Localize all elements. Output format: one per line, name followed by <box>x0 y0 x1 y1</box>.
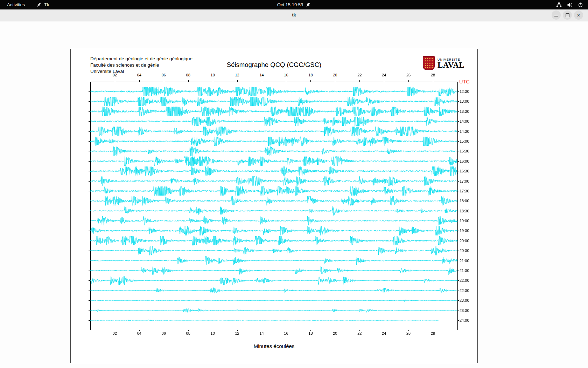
x-tick-label-top: 26 <box>406 73 411 77</box>
x-tick-label-bottom: 18 <box>308 331 313 335</box>
utc-time-label: 21:30 <box>460 268 469 273</box>
utc-time-label: 23:30 <box>460 308 469 313</box>
utc-time-label: 19:00 <box>460 219 469 223</box>
focused-app-menu[interactable]: Tk <box>36 2 49 7</box>
x-axis-label: Minutes écoulées <box>254 343 295 349</box>
x-tick-label-top: 10 <box>211 73 215 77</box>
institution-header: Département de géologie et de génie géol… <box>90 56 192 75</box>
volume-icon <box>567 2 573 8</box>
institution-line-1: Département de géologie et de génie géol… <box>90 56 192 62</box>
institution-line-2: Faculté des sciences et de génie <box>90 62 192 68</box>
x-tick-label-bottom: 16 <box>284 331 288 335</box>
utc-time-label: 22:00 <box>460 278 469 282</box>
notifications-muted-icon <box>306 2 311 7</box>
system-status-menu[interactable] <box>556 2 583 8</box>
x-tick-label-bottom: 26 <box>406 331 411 335</box>
x-tick-label-top: 22 <box>357 73 362 77</box>
activities-button[interactable]: Activities <box>5 2 27 7</box>
x-tick-label-bottom: 08 <box>186 331 190 335</box>
window-title: tk <box>292 9 296 21</box>
utc-time-label: 16:30 <box>460 169 469 173</box>
clock-label: Oct 15 19:59 <box>277 2 303 7</box>
x-tick-label-bottom: 12 <box>235 331 239 335</box>
close-icon: ✕ <box>577 13 581 18</box>
x-tick-label-bottom: 06 <box>162 331 166 335</box>
laval-shield-icon <box>423 56 435 70</box>
utc-time-label: 13:00 <box>460 99 469 103</box>
x-tick-label-top: 16 <box>284 73 288 77</box>
x-tick-label-top: 04 <box>137 73 141 77</box>
utc-time-label: 14:30 <box>460 129 469 134</box>
utc-time-label: 21:00 <box>460 259 469 263</box>
x-tick-label-bottom: 10 <box>211 331 215 335</box>
utc-time-label: 15:30 <box>460 149 469 153</box>
utc-time-label: 12:30 <box>460 89 469 94</box>
x-tick-label-top: 12 <box>235 73 239 77</box>
x-tick-label-top: 14 <box>259 73 264 77</box>
seismogram-canvas <box>83 77 474 335</box>
close-button[interactable]: ✕ <box>574 11 583 20</box>
focused-app-label: Tk <box>44 2 49 7</box>
utc-time-label: 15:00 <box>460 139 469 143</box>
laval-logo: UNIVERSITÉ LAVAL <box>423 56 464 70</box>
maximize-button[interactable] <box>563 11 572 20</box>
network-nodes-icon <box>556 2 562 8</box>
utc-time-label: 23:00 <box>460 298 469 302</box>
utc-time-label: 13:30 <box>460 109 469 114</box>
window-titlebar: tk ✕ <box>0 9 588 21</box>
x-tick-label-top: 20 <box>333 73 337 77</box>
utc-time-label: 22:30 <box>460 288 469 293</box>
utc-time-label: 18:00 <box>460 199 469 203</box>
plot-title: Séismographe QCQ (CGC/GSC) <box>227 61 321 69</box>
window-content: Département de géologie et de génie géol… <box>0 21 588 368</box>
minimize-button[interactable] <box>552 11 561 20</box>
utc-label: UTC <box>459 79 470 84</box>
utc-time-label: 17:30 <box>460 189 469 193</box>
x-tick-label-top: 18 <box>308 73 313 77</box>
institution-line-3: Université Laval <box>90 68 192 75</box>
x-tick-label-bottom: 04 <box>137 331 141 335</box>
tk-feather-icon <box>36 2 42 7</box>
utc-time-label: 20:30 <box>460 248 469 253</box>
x-tick-label-bottom: 02 <box>113 331 117 335</box>
x-tick-label-top: 06 <box>162 73 166 77</box>
x-tick-label-top: 28 <box>431 73 435 77</box>
utc-time-label: 17:00 <box>460 179 469 183</box>
utc-time-label: 19:30 <box>460 229 469 233</box>
x-tick-label-top: 24 <box>382 73 386 77</box>
x-tick-label-bottom: 20 <box>333 331 337 335</box>
x-tick-label-top: 02 <box>113 73 117 77</box>
minimize-icon <box>554 16 558 16</box>
utc-time-label: 16:00 <box>460 159 469 163</box>
power-icon <box>578 2 583 7</box>
x-tick-label-bottom: 24 <box>382 331 386 335</box>
utc-time-label: 24:00 <box>460 318 469 322</box>
utc-time-label: 14:00 <box>460 119 469 123</box>
laval-wordmark: UNIVERSITÉ LAVAL <box>438 56 464 69</box>
laval-wordmark-laval: LAVAL <box>438 61 464 69</box>
x-tick-label-top: 08 <box>186 73 190 77</box>
x-tick-label-bottom: 22 <box>357 331 362 335</box>
gnome-top-bar: Activities Tk Oct 15 19:59 <box>0 0 588 9</box>
maximize-icon <box>566 13 569 17</box>
x-tick-label-bottom: 28 <box>431 331 435 335</box>
clock-menu[interactable]: Oct 15 19:59 <box>277 2 311 7</box>
x-tick-label-bottom: 14 <box>259 331 264 335</box>
utc-time-label: 20:00 <box>460 239 469 243</box>
utc-time-label: 18:30 <box>460 209 469 213</box>
